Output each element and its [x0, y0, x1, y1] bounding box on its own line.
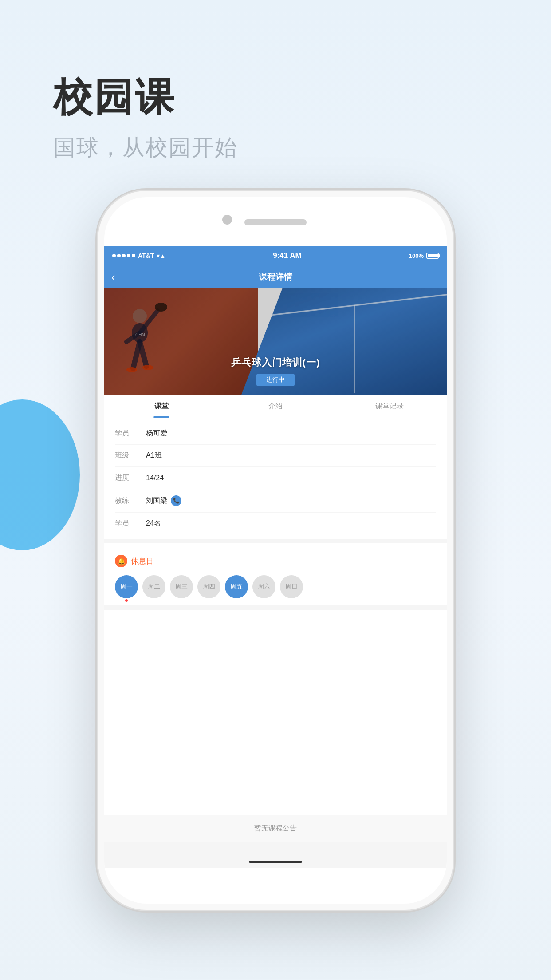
progress-value: 14/24 [146, 474, 164, 482]
hero-status-badge: 进行中 [256, 374, 295, 386]
signal-dot-3 [122, 254, 126, 257]
student-label: 学员 [115, 429, 146, 438]
wifi-icon: ▾▲ [157, 253, 165, 259]
members-label: 学员 [115, 519, 146, 528]
members-value: 24名 [146, 519, 161, 528]
hero-section: CHN [104, 288, 447, 395]
weekday-sunday-label: 周日 [285, 583, 298, 591]
hero-course-title: 乒乓球入门培训(一) [231, 356, 320, 369]
coach-value: 刘国梁 📞 [146, 495, 181, 506]
signal-dots [112, 254, 135, 257]
tab-indicator [153, 416, 169, 418]
signal-dot-4 [127, 254, 130, 257]
info-row-progress: 进度 14/24 [115, 467, 436, 489]
page-title: 校园课 [53, 71, 238, 124]
weekday-friday-label: 周五 [230, 583, 243, 591]
info-row-coach: 教练 刘国梁 📞 [115, 489, 436, 513]
tab-intro-label: 介绍 [268, 402, 283, 411]
separator-2 [104, 605, 447, 610]
weekday-tuesday-label: 周二 [148, 583, 160, 591]
phone-inner: AT&T ▾▲ 9:41 AM 100% ‹ [104, 197, 447, 904]
progress-label: 进度 [115, 473, 146, 482]
nav-title: 课程详情 [259, 271, 292, 283]
announcement-bar: 暂无课程公告 [104, 815, 447, 842]
battery-percent: 100% [409, 253, 424, 259]
weekday-saturday-label: 周六 [258, 583, 270, 591]
tab-record[interactable]: 课堂记录 [333, 395, 447, 418]
tab-classroom-label: 课堂 [154, 402, 169, 411]
status-bar: AT&T ▾▲ 9:41 AM 100% [104, 246, 447, 265]
coach-name: 刘国梁 [146, 496, 167, 506]
speaker [244, 219, 307, 225]
coach-phone-icon[interactable]: 📞 [171, 495, 181, 506]
carrier-label: AT&T [138, 252, 154, 259]
nav-bar: ‹ 课程详情 [104, 265, 447, 288]
phone-screen: AT&T ▾▲ 9:41 AM 100% ‹ [104, 246, 447, 868]
camera [222, 215, 232, 225]
signal-dot-2 [117, 254, 121, 257]
separator [104, 539, 447, 543]
student-value: 杨可爱 [146, 429, 167, 438]
weekday-thursday[interactable]: 周四 [197, 575, 220, 598]
weekday-monday-label: 周一 [120, 583, 133, 591]
info-row-student: 学员 杨可爱 [115, 423, 436, 445]
back-button[interactable]: ‹ [111, 270, 115, 284]
info-section: 学员 杨可爱 班级 A1班 进度 14/24 教练 [104, 418, 447, 539]
battery-icon [426, 253, 439, 259]
bell-icon: 🔔 [115, 555, 127, 567]
battery-bar [426, 253, 439, 259]
page-subtitle: 国球，从校园开始 [53, 133, 238, 162]
signal-dot-5 [132, 254, 135, 257]
battery-fill [428, 254, 438, 257]
status-left: AT&T ▾▲ [112, 252, 165, 259]
weekday-monday[interactable]: 周一 [115, 575, 138, 598]
class-label: 班级 [115, 451, 146, 460]
weekday-sunday[interactable]: 周日 [280, 575, 303, 598]
weekday-wednesday-label: 周三 [175, 583, 188, 591]
status-time: 9:41 AM [273, 251, 302, 260]
phone-shell: AT&T ▾▲ 9:41 AM 100% ‹ [98, 191, 453, 910]
rest-day-title: 休息日 [131, 556, 153, 566]
announcement-text: 暂无课程公告 [254, 824, 297, 833]
content-area: 学员 杨可爱 班级 A1班 进度 14/24 教练 [104, 418, 447, 842]
coach-label: 教练 [115, 496, 146, 506]
weekday-saturday[interactable]: 周六 [252, 575, 276, 598]
weekday-thursday-label: 周四 [203, 583, 215, 591]
tab-bar: 课堂 介绍 课堂记录 [104, 395, 447, 418]
weekdays-row: 周一 周二 周三 周四 周五 [115, 575, 436, 598]
weekday-tuesday[interactable]: 周二 [142, 575, 165, 598]
rest-day-header: 🔔 休息日 [115, 555, 436, 567]
home-indicator [249, 861, 302, 863]
weekday-wednesday[interactable]: 周三 [170, 575, 193, 598]
tab-intro[interactable]: 介绍 [218, 395, 332, 418]
status-right: 100% [409, 253, 439, 259]
phone-mockup: AT&T ▾▲ 9:41 AM 100% ‹ [98, 191, 453, 910]
weekday-friday[interactable]: 周五 [225, 575, 248, 598]
tab-classroom[interactable]: 课堂 [104, 395, 218, 418]
hero-text-overlay: 乒乓球入门培训(一) 进行中 [104, 347, 447, 395]
page-header: 校园课 国球，从校园开始 [53, 71, 238, 162]
signal-dot-1 [112, 254, 116, 257]
tab-record-label: 课堂记录 [375, 402, 404, 411]
info-row-members: 学员 24名 [115, 513, 436, 534]
class-value: A1班 [146, 451, 162, 460]
rest-day-section: 🔔 休息日 周一 周二 周三 [104, 548, 447, 605]
hero-background: CHN [104, 288, 447, 395]
info-row-class: 班级 A1班 [115, 445, 436, 467]
